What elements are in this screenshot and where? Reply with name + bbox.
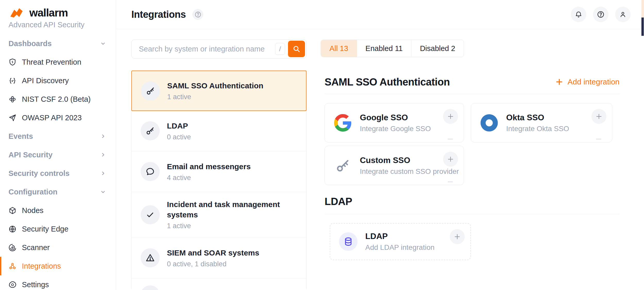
sidebar-item-label: Nodes (22, 206, 44, 215)
sidebar-item-nist-csf[interactable]: NIST CSF 2.0 (Beta) (0, 90, 116, 108)
sidebar-section-api-security[interactable]: API Security (0, 146, 116, 164)
category-status: 1 active (167, 222, 297, 230)
google-logo (334, 114, 352, 132)
sidebar-item-label: Threat Prevention (22, 58, 81, 66)
globe-icon (9, 225, 16, 233)
plus-icon (555, 78, 563, 86)
profile-button[interactable] (615, 7, 631, 22)
page-title: Integrations (131, 9, 186, 20)
help-button[interactable] (593, 7, 608, 22)
sidebar-item-label: Scanner (22, 243, 50, 252)
keyboard-shortcut-badge: / (275, 43, 285, 55)
page-header: Integrations (116, 0, 644, 29)
sidebar-item-label: OWASP API 2023 (22, 114, 82, 122)
sidebar-item-label: Settings (22, 280, 49, 289)
spiral-icon (9, 244, 16, 252)
card-title: Google SSO (360, 113, 431, 122)
search-bar: / (131, 39, 307, 58)
add-google-sso-button[interactable] (443, 109, 458, 124)
chevron-right-icon (100, 151, 106, 158)
category-siem-soar[interactable]: SIEM and SOAR systems 0 active, 1 disabl… (132, 237, 306, 278)
tab-disabled[interactable]: Disabled 2 (411, 40, 464, 57)
notifications-button[interactable] (571, 7, 586, 22)
question-circle-icon (194, 11, 201, 18)
section-header-saml: SAML SSO Authentication Add integration (325, 75, 620, 88)
sidebar-section-configuration[interactable]: Configuration (0, 183, 116, 201)
sidebar-item-threat-prevention[interactable]: Threat Prevention (0, 53, 116, 71)
plus-icon (447, 155, 454, 163)
brand-name: wallarm (29, 7, 68, 19)
category-ldap[interactable]: LDAP 0 active (132, 111, 306, 151)
card-ldap[interactable]: LDAP Add LDAP integration (330, 223, 471, 260)
chevron-right-icon (100, 133, 106, 140)
brand-subtitle: Advanced API Security (9, 21, 116, 29)
search-button[interactable] (288, 41, 305, 57)
section-label: Security controls (9, 169, 70, 178)
tab-enabled[interactable]: Enabled 11 (357, 40, 411, 57)
category-status: 0 active (167, 133, 191, 141)
card-subtitle: Integrate Google SSO (360, 125, 431, 133)
sidebar-item-nodes[interactable]: Nodes (0, 201, 116, 220)
category-email-messengers[interactable]: Email and messengers 4 active (132, 151, 306, 192)
sidebar-item-label: API Discovery (22, 76, 69, 85)
section-title: SAML SSO Authentication (325, 76, 450, 88)
sidebar-item-scanner[interactable]: Scanner (0, 238, 116, 257)
active-indicator (0, 257, 1, 275)
category-status: 1 active (167, 93, 263, 101)
section-label: API Security (9, 151, 53, 159)
sidebar-item-integrations[interactable]: Integrations (0, 257, 116, 275)
category-title: SIEM and SOAR systems (167, 248, 259, 258)
network-icon (9, 262, 16, 270)
filter-tabs: All 13 Enabled 11 Disabled 2 (321, 40, 464, 57)
section-header-ldap: LDAP (325, 195, 620, 208)
card-google-sso[interactable]: Google SSO Integrate Google SSO (325, 103, 464, 142)
add-okta-sso-button[interactable] (591, 109, 606, 124)
tab-all[interactable]: All 13 (321, 40, 357, 57)
sidebar-section-events[interactable]: Events (0, 127, 116, 146)
sidebar: wallarm Advanced API Security Dashboards… (0, 0, 116, 290)
add-integration-label: Add integration (567, 78, 620, 86)
sidebar-item-owasp-api[interactable]: OWASP API 2023 (0, 108, 116, 127)
key-icon (145, 126, 155, 136)
main-content: / SAML SSO Authentication 1 active LDAP … (116, 29, 644, 290)
category-partial[interactable] (132, 278, 306, 290)
category-title: Incident and task management systems (167, 199, 297, 220)
integrations-list-column: / SAML SSO Authentication 1 active LDAP … (131, 39, 307, 290)
section-divider (325, 94, 620, 94)
card-okta-sso[interactable]: Okta SSO Integrate Okta SSO (471, 103, 612, 142)
category-status: 4 active (167, 174, 251, 182)
category-incident-task[interactable]: Incident and task management systems 1 a… (132, 192, 306, 237)
sidebar-item-settings[interactable]: Settings (0, 275, 116, 290)
category-saml-sso[interactable]: SAML SSO Authentication 1 active (131, 71, 307, 111)
card-custom-sso[interactable]: Custom SSO Integrate custom SSO provider (325, 146, 464, 185)
sidebar-item-api-discovery[interactable]: API Discovery (0, 71, 116, 90)
category-title: SAML SSO Authentication (167, 81, 263, 91)
category-list: SAML SSO Authentication 1 active LDAP 0 … (131, 71, 307, 290)
card-dash-decoration (448, 181, 453, 182)
section-title: LDAP (325, 196, 352, 207)
integration-cards: Google SSO Integrate Google SSO Okta SSO… (325, 103, 620, 185)
section-divider (325, 214, 620, 214)
add-custom-sso-button[interactable] (443, 152, 458, 167)
sidebar-item-label: Security Edge (22, 225, 69, 233)
add-integration-button[interactable]: Add integration (555, 78, 620, 86)
okta-logo (480, 114, 498, 132)
card-dash-decoration (596, 139, 601, 140)
brand[interactable]: wallarm (8, 7, 116, 19)
detail-panel: SAML SSO Authentication Add integration … (325, 75, 620, 260)
question-circle-icon (597, 11, 605, 18)
add-ldap-button[interactable] (450, 229, 465, 244)
category-title: Email and messengers (167, 161, 251, 172)
page-help-button[interactable] (192, 9, 203, 20)
card-subtitle: Add LDAP integration (365, 243, 435, 252)
key-icon (146, 86, 155, 96)
check-icon (145, 210, 155, 220)
plus-icon (453, 233, 461, 241)
card-subtitle: Integrate Okta SSO (506, 125, 569, 133)
sidebar-section-dashboards[interactable]: Dashboards (0, 34, 116, 53)
shield-bolt-icon (9, 58, 16, 66)
sidebar-section-security-controls[interactable]: Security controls (0, 164, 116, 183)
sidebar-item-security-edge[interactable]: Security Edge (0, 220, 116, 238)
search-icon (292, 45, 301, 53)
search-input[interactable] (139, 45, 275, 53)
